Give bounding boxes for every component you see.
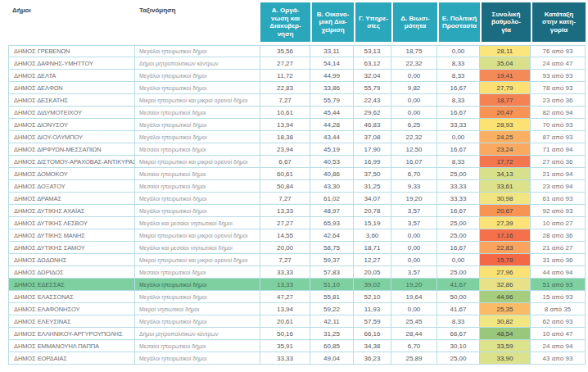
total-score-cell: 27,39: [480, 217, 531, 229]
score-civil-protection-cell: 33,33: [437, 119, 480, 131]
score-civil-protection-cell: 16,67: [437, 107, 480, 119]
municipal-scores-table: Δήμοι Ταξινόμηση Α. Οργά- νωση και Διακυ…: [8, 2, 586, 365]
score-economic-cell: 40,53: [310, 156, 354, 168]
column-header-classification: Ταξινόμηση: [135, 2, 260, 42]
score-services-cell: 20,78: [354, 205, 391, 217]
total-score-cell: 27,79: [480, 82, 531, 94]
score-organization-cell: 10,61: [260, 107, 310, 119]
score-sustainability-cell: 16,07: [391, 156, 437, 168]
score-sustainability-cell: 6,70: [391, 168, 437, 180]
score-services-cell: 20,05: [354, 266, 391, 279]
classification-cell: Μεγάλοι ηπειρωτικοί δήμοι: [135, 279, 260, 291]
score-sustainability-cell: 28,44: [391, 328, 437, 340]
score-economic-cell: 65,93: [310, 217, 354, 229]
classification-cell: Μεγάλοι ηπειρωτικοί δήμοι: [135, 70, 260, 82]
municipality-name-cell: ΔΗΜΟΣ ΔΩΡΙΔΟΣ: [8, 266, 135, 279]
total-score-cell: 33,61: [480, 180, 531, 193]
score-organization-cell: 60,61: [260, 168, 310, 180]
municipality-name-cell: ΔΗΜΟΣ ΔΥΤΙΚΗΣ ΜΑΝΗΣ: [8, 229, 135, 242]
total-score-cell: 20,47: [480, 107, 531, 119]
category-rank-cell: 21 από 27: [531, 242, 586, 254]
score-economic-cell: 44,99: [310, 70, 354, 82]
category-rank-cell: 62 από 93: [531, 315, 586, 328]
score-organization-cell: 11,72: [260, 70, 310, 82]
category-rank-cell: 23 από 94: [531, 180, 586, 193]
score-organization-cell: 20,00: [260, 242, 310, 254]
score-services-cell: 37,50: [354, 168, 391, 180]
category-rank-cell: 44 από 94: [531, 266, 586, 279]
score-organization-cell: 13,33: [260, 205, 310, 217]
total-score-cell: 28,93: [480, 119, 531, 131]
score-services-cell: 18,71: [354, 242, 391, 254]
category-rank-cell: 28 από 36: [531, 229, 586, 242]
municipality-name-cell: ΔΗΜΟΣ ΕΔΕΣΣΑΣ: [8, 279, 135, 291]
total-score-cell: 17,16: [480, 229, 531, 242]
total-score-cell: 30,82: [480, 315, 531, 328]
score-civil-protection-cell: 25,00: [437, 217, 480, 229]
category-rank-cell: 70 από 93: [531, 119, 586, 131]
score-sustainability-cell: 19,20: [391, 279, 437, 291]
score-services-cell: 15,19: [354, 217, 391, 229]
classification-cell: Μεγάλοι ηπειρωτικοί δήμοι: [135, 119, 260, 131]
score-services-cell: 12,27: [354, 254, 391, 266]
table-grid: Δήμοι Ταξινόμηση Α. Οργά- νωση και Διακυ…: [8, 2, 586, 365]
score-civil-protection-cell: 25,00: [437, 168, 480, 180]
score-civil-protection-cell: 8,33: [437, 94, 480, 107]
score-organization-cell: 13,94: [260, 119, 310, 131]
score-services-cell: 63,12: [354, 57, 391, 70]
classification-cell: Μικροί νησιωτικοί δήμοι: [135, 303, 260, 315]
score-services-cell: 17,90: [354, 143, 391, 156]
score-services-cell: 29,62: [354, 107, 391, 119]
category-rank-cell: 82 από 94: [531, 107, 586, 119]
score-economic-cell: 57,83: [310, 266, 354, 279]
score-sustainability-cell: 22,32: [391, 57, 437, 70]
total-score-cell: 33,90: [480, 352, 531, 365]
score-economic-cell: 42,64: [310, 229, 354, 242]
score-civil-protection-cell: 0,00: [437, 254, 480, 266]
municipality-name-cell: ΔΗΜΟΣ ΕΛΑΣΣΟΝΑΣ: [8, 291, 135, 303]
score-economic-cell: 45,19: [310, 143, 354, 156]
score-organization-cell: 47,27: [260, 291, 310, 303]
score-organization-cell: 33,33: [260, 352, 310, 365]
classification-cell: Μεσαίοι ηπειρωτικοί δήμοι: [135, 168, 260, 180]
score-services-cell: 52,10: [354, 291, 391, 303]
classification-cell: Μεγάλοι ηπειρωτικοί δήμοι: [135, 352, 260, 365]
score-sustainability-cell: 25,45: [391, 315, 437, 328]
score-civil-protection-cell: 0,00: [437, 45, 480, 57]
score-services-cell: 22,43: [354, 94, 391, 107]
municipality-name-cell: ΔΗΜΟΣ ΕΛΛΗΝΙΚΟΥ-ΑΡΓΥΡΟΥΠΟΛΗΣ: [8, 328, 135, 340]
score-civil-protection-cell: 8,33: [437, 57, 480, 70]
score-economic-cell: 33,86: [310, 82, 354, 94]
score-civil-protection-cell: 25,00: [437, 266, 480, 279]
score-organization-cell: 13,33: [260, 279, 310, 291]
column-header-municipalities: Δήμοι: [8, 2, 135, 42]
score-civil-protection-cell: 16,67: [437, 143, 480, 156]
score-sustainability-cell: 0,00: [391, 303, 437, 315]
score-services-cell: 36,23: [354, 352, 391, 365]
column-header-sustainability: Δ. Βιωσι- μότητα: [391, 2, 437, 42]
score-organization-cell: 27,27: [260, 217, 310, 229]
score-civil-protection-cell: 33,33: [437, 193, 480, 205]
total-score-cell: 32,86: [480, 279, 531, 291]
score-economic-cell: 40,86: [310, 168, 354, 180]
score-economic-cell: 43,30: [310, 180, 354, 193]
score-sustainability-cell: 25,89: [391, 352, 437, 365]
score-civil-protection-cell: 8,33: [437, 70, 480, 82]
classification-cell: Μεσαίοι ηπειρωτικοί δήμοι: [135, 107, 260, 119]
classification-cell: Μεγάλοι ηπειρωτικοί δήμοι: [135, 45, 260, 57]
total-score-cell: 24,25: [480, 131, 531, 143]
total-score-cell: 20,67: [480, 205, 531, 217]
municipality-name-cell: ΔΗΜΟΣ ΕΛΑΦΟΝΗΣΟΥ: [8, 303, 135, 315]
category-rank-cell: 61 από 93: [531, 193, 586, 205]
score-organization-cell: 35,91: [260, 340, 310, 352]
municipality-name-cell: ΔΗΜΟΣ ΔΙΔΥΜΟΤΕΙΧΟΥ: [8, 107, 135, 119]
classification-cell: Μεγάλοι και μεσαίοι νησιωτικοί δήμοι: [135, 242, 260, 254]
score-services-cell: 66,16: [354, 328, 391, 340]
score-services-cell: 39,02: [354, 279, 391, 291]
classification-cell: Μεσαίοι ηπειρωτικοί δήμοι: [135, 143, 260, 156]
score-sustainability-cell: 0,00: [391, 70, 437, 82]
category-rank-cell: 10 από 47: [531, 328, 586, 340]
score-sustainability-cell: 18,75: [391, 45, 437, 57]
total-score-cell: 25,35: [480, 303, 531, 315]
column-header-total-score: Συνολική βαθμολο- γία: [480, 2, 531, 42]
